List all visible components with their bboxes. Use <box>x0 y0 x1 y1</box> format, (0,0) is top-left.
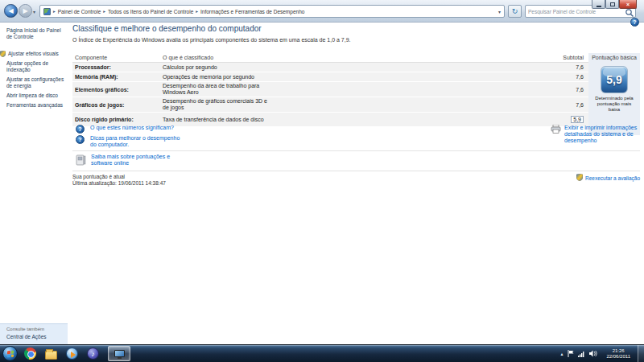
sidebar-item-action-center[interactable]: Central de Ações <box>6 334 68 339</box>
taskbar-music-icon[interactable]: ♪ <box>87 348 99 360</box>
help-button[interactable]: ? <box>630 18 639 27</box>
help-circle-icon: ? <box>76 125 85 134</box>
last-update-text: Última atualização: 19/06/2011 14:38:47 <box>72 180 166 186</box>
desktop: ◀ ▶ ▾ ▸ Painel de Controle ▸ Todos os It… <box>0 0 644 362</box>
base-score-badge: 5,9 <box>601 66 628 93</box>
chevron-icon: ▸ <box>196 9 198 14</box>
subtotal-value: 7,6 <box>553 64 588 70</box>
uac-shield-icon <box>576 174 585 182</box>
back-button[interactable]: ◀ <box>4 4 18 18</box>
link-learn-online[interactable]: Saiba mais sobre pontuações e software o… <box>91 154 192 167</box>
window-controls: × <box>592 0 637 9</box>
maximize-icon <box>610 2 615 6</box>
help-circle-icon: ? <box>76 135 85 144</box>
table-row: Gráficos de jogos: Desempenho de gráfico… <box>72 97 588 113</box>
action-center-flag-icon[interactable] <box>568 350 574 357</box>
sidebar-item-label: Ajustar efeitos visuais <box>8 51 59 56</box>
table-row: Elementos gráficos: Desempenho da área d… <box>72 82 588 97</box>
network-icon[interactable] <box>578 351 585 357</box>
taskbar-chrome-icon[interactable] <box>24 348 36 360</box>
subtotal-value-lowest: 5,9 <box>553 117 588 122</box>
software-box-icon <box>76 154 86 167</box>
link-what-numbers-mean[interactable]: O que estes números significam? <box>90 125 174 131</box>
minimize-icon <box>597 6 601 7</box>
system-tray: ▲ 21:26 22/06/2011 <box>559 345 644 362</box>
refresh-button[interactable]: ↻ <box>508 5 522 18</box>
system-monitor-icon <box>114 350 125 357</box>
rerun-assessment[interactable]: Reexecutar a avaliação <box>576 174 640 182</box>
link-improve-tips[interactable]: Dicas para melhorar o desempenho do comp… <box>90 135 183 148</box>
search-input[interactable] <box>526 9 624 14</box>
back-arrow-icon: ◀ <box>8 7 13 14</box>
link-row: ? O que estes números significam? <box>76 125 174 134</box>
sidebar-item-advanced-tools[interactable]: Ferramentas avançadas <box>6 102 66 109</box>
chevron-icon: ▸ <box>53 9 56 14</box>
rated-description: Desempenho de gráficos comerciais 3D e d… <box>163 98 553 111</box>
address-dropdown-icon[interactable]: ▾ <box>498 9 501 14</box>
taskbar: ♪ ▲ 21:26 22/06/2011 <box>0 344 644 362</box>
show-desktop-button[interactable] <box>638 345 644 362</box>
component-name: Elementos gráficos: <box>72 87 163 93</box>
maximize-button[interactable] <box>605 0 619 9</box>
sidebar-item-control-panel-home[interactable]: Página Inicial do Painel de Controle <box>6 27 64 40</box>
page-title: Classifique e melhore o desempenho do co… <box>72 24 262 33</box>
minimize-button[interactable] <box>592 0 605 9</box>
clock-time: 21:26 <box>606 348 630 354</box>
taskbar-clock[interactable]: 21:26 22/06/2011 <box>606 348 630 360</box>
see-also-title: Consulte também <box>6 327 68 331</box>
subtotal-value: 7,6 <box>553 74 588 80</box>
see-also-panel: Consulte também Central de Ações <box>0 323 68 344</box>
clock-date: 22/06/2011 <box>606 354 630 360</box>
wei-score-table: Componente O que é classificado Subtotal… <box>72 53 640 135</box>
control-panel-icon <box>43 8 51 15</box>
subtotal-value: 7,6 <box>553 87 588 93</box>
window-titlebar: ◀ ▶ ▾ ▸ Painel de Controle ▸ Todos os It… <box>0 0 644 23</box>
taskbar-explorer-icon[interactable] <box>45 351 57 360</box>
link-row: ? Dicas para melhorar o desempenho do co… <box>76 135 183 148</box>
link-print-details[interactable]: Exibir e imprimir informações detalhadas… <box>564 125 639 144</box>
rerun-assessment-link[interactable]: Reexecutar a avaliação <box>585 175 640 181</box>
component-name: Disco rígido primário: <box>72 117 163 122</box>
subtotal-value: 7,6 <box>553 102 588 108</box>
link-row: Exibir e imprimir informações detalhadas… <box>551 125 639 144</box>
column-header-base-score: Pontuação básica <box>588 53 640 63</box>
sidebar-item-disk-cleanup[interactable]: Abrir limpeza de disco <box>6 93 66 99</box>
rated-description: Operações de memória por segundo <box>163 74 553 80</box>
rated-description: Cálculos por segundo <box>163 64 553 71</box>
printer-icon <box>551 125 561 135</box>
chevron-icon: ▸ <box>103 9 105 14</box>
breadcrumb-item[interactable]: Todos os Itens do Painel de Controle <box>108 9 193 14</box>
base-score-note: Determinado pela pontuação mais baixa <box>592 96 636 113</box>
page-subtitle: O Índice de Experiência do Windows avali… <box>72 37 351 43</box>
windows-flag-icon <box>7 351 14 358</box>
forward-button[interactable]: ▶ <box>19 4 32 18</box>
volume-icon[interactable] <box>589 350 597 357</box>
close-icon: × <box>626 2 630 7</box>
sidebar: Página Inicial do Painel de Controle Aju… <box>0 23 68 344</box>
column-header-subtotal: Subtotal <box>553 55 588 60</box>
breadcrumb-item[interactable]: Painel de Controle <box>58 9 101 14</box>
table-row: Processador: Cálculos por segundo 7,6 <box>72 63 588 72</box>
link-row: Saiba mais sobre pontuações e software o… <box>76 154 192 167</box>
component-name: Memória (RAM): <box>72 74 163 80</box>
divider <box>72 171 640 171</box>
close-button[interactable]: × <box>619 0 637 9</box>
sidebar-item-indexing-options[interactable]: Ajustar opções de indexação <box>6 60 66 73</box>
table-header: Componente O que é classificado Subtotal… <box>72 53 640 63</box>
music-note-icon: ♪ <box>91 350 95 358</box>
uac-shield-icon <box>0 51 6 59</box>
column-header-rated: O que é classificado <box>163 55 553 60</box>
sidebar-item-power-settings[interactable]: Ajustar as configurações de energia <box>6 76 66 89</box>
taskbar-media-player-icon[interactable] <box>66 348 78 360</box>
start-button[interactable] <box>2 346 18 361</box>
taskbar-active-window-button[interactable] <box>108 346 130 361</box>
breadcrumb-item[interactable]: Informações e Ferramentas de Desempenho <box>200 9 304 14</box>
score-status-text: Sua pontuação é atual <box>72 174 125 179</box>
tray-expand-icon[interactable]: ▲ <box>559 352 564 356</box>
sidebar-item-adjust-visual-effects[interactable]: Ajustar efeitos visuais <box>6 51 66 57</box>
address-bar[interactable]: ▸ Painel de Controle ▸ Todos os Itens do… <box>39 5 505 18</box>
recent-pages-dropdown[interactable]: ▾ <box>33 9 35 14</box>
rated-description: Desempenho da área de trabalho para Wind… <box>163 83 553 96</box>
rated-description: Taxa de transferência de dados de disco <box>163 117 553 123</box>
table-row: Memória (RAM): Operações de memória por … <box>72 72 588 82</box>
